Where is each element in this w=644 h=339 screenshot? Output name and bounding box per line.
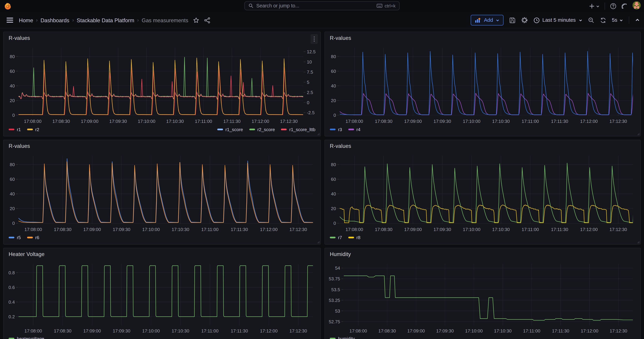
legend-item-r2_score[interactable]: r2_score xyxy=(249,127,275,132)
panel-legend: r1r2r1_scorer2_scorer1_score_lttb xyxy=(8,127,316,132)
x-axis-tick-label: 17:08:00 xyxy=(24,328,42,334)
legend-item-r1_score_lttb[interactable]: r1_score_lttb xyxy=(281,127,316,132)
news-button[interactable] xyxy=(622,3,628,9)
legend-item-r8[interactable]: r8 xyxy=(348,235,360,240)
series-line-r5 xyxy=(18,159,320,222)
x-axis-tick-label: 17:12:30 xyxy=(610,328,627,334)
breadcrumb-home[interactable]: Home xyxy=(19,17,33,23)
legend-label: r5 xyxy=(17,235,21,240)
clock-icon xyxy=(533,17,540,23)
menu-toggle-button[interactable] xyxy=(6,18,13,22)
legend-swatch xyxy=(281,129,287,130)
y-axis-right-tick-label: 0 xyxy=(307,100,310,105)
panel-r-values-4: R-values02040608017:08:0017:08:3017:09:0… xyxy=(324,140,641,244)
x-axis-tick-label: 17:10:00 xyxy=(463,227,480,232)
series-event-spike xyxy=(251,78,253,96)
search-input[interactable]: Search or jump to... ctrl+k xyxy=(244,1,400,10)
x-axis-tick-label: 17:11:00 xyxy=(201,328,218,334)
y-axis-tick-label: 0 xyxy=(334,221,336,226)
legend-item-humidity[interactable]: humidity xyxy=(330,336,355,339)
legend-item-r2[interactable]: r2 xyxy=(27,127,39,132)
help-button[interactable] xyxy=(610,3,616,10)
favorite-button[interactable] xyxy=(193,17,199,23)
zoom-out-button[interactable] xyxy=(588,17,594,23)
legend-item-r1_score[interactable]: r1_score xyxy=(217,127,243,132)
time-series-chart[interactable]: 0.20.40.60.817:08:0017:08:3017:09:0017:0… xyxy=(4,248,320,339)
series-event-spike xyxy=(72,86,74,97)
y-axis-tick-label: 0.6 xyxy=(8,285,15,290)
add-panel-button[interactable]: Add xyxy=(471,15,504,26)
legend-label: r8 xyxy=(356,235,360,240)
time-series-chart[interactable]: 02040608017:08:0017:08:3017:09:0017:09:3… xyxy=(4,140,320,244)
x-axis-tick-label: 17:11:30 xyxy=(551,119,568,124)
refresh-interval-picker[interactable]: 5s xyxy=(612,17,623,23)
y-axis-tick-label: 0.4 xyxy=(8,300,15,305)
time-series-chart[interactable]: 52.755353.2553.553.755417:08:0017:08:301… xyxy=(325,248,640,339)
x-axis-tick-label: 17:12:30 xyxy=(610,227,627,232)
y-axis-tick-label: 0 xyxy=(12,113,15,118)
legend-item-r3[interactable]: r3 xyxy=(330,127,342,132)
refresh-button[interactable] xyxy=(600,17,606,23)
panel-heater-voltage: Heater Voltage0.20.40.60.817:08:0017:08:… xyxy=(3,248,321,339)
legend-swatch xyxy=(8,129,14,130)
panel-legend: r3r4 xyxy=(330,127,636,132)
series-event-spike xyxy=(141,79,143,97)
x-axis-tick-label: 17:10:30 xyxy=(494,328,512,334)
top-nav-actions xyxy=(589,0,641,12)
x-axis-tick-label: 17:12:00 xyxy=(260,227,278,232)
axis-labels: 02040608017:08:0017:08:3017:09:0017:09:3… xyxy=(10,162,307,232)
x-axis-tick-label: 17:10:00 xyxy=(142,328,160,334)
x-axis-tick-label: 17:10:00 xyxy=(142,227,160,232)
legend-item-r5[interactable]: r5 xyxy=(8,235,21,240)
x-axis-tick-label: 17:10:00 xyxy=(463,119,480,124)
breadcrumb-dashboards[interactable]: Dashboards xyxy=(40,17,69,23)
series-event-spike xyxy=(184,57,186,96)
user-avatar[interactable] xyxy=(632,1,641,11)
chevron-down-icon xyxy=(579,18,582,22)
collapse-toolbar-button[interactable] xyxy=(635,18,640,22)
x-axis-tick-label: 17:10:30 xyxy=(166,119,184,124)
grafana-logo-icon[interactable] xyxy=(4,2,12,10)
axis-labels: 02040608017:08:0017:08:3017:09:0017:09:3… xyxy=(331,162,627,232)
x-axis-tick-label: 17:08:30 xyxy=(378,328,396,334)
time-series-chart[interactable]: 02040608017:08:0017:08:3017:09:0017:09:3… xyxy=(325,140,640,244)
series-line-r1_score_lttb xyxy=(15,92,307,99)
y-axis-tick-label: 40 xyxy=(10,191,15,196)
x-axis-tick-label: 17:09:00 xyxy=(407,328,425,334)
breadcrumb-folder[interactable]: Stackable Data Platform xyxy=(77,17,134,23)
new-item-button[interactable] xyxy=(589,3,600,9)
x-axis-tick-label: 17:12:30 xyxy=(290,227,307,232)
help-icon xyxy=(610,3,616,10)
legend-item-r6[interactable]: r6 xyxy=(27,235,39,240)
legend-item-r4[interactable]: r4 xyxy=(348,127,360,132)
share-button[interactable] xyxy=(204,17,210,23)
chevron-up-icon xyxy=(635,18,640,22)
legend-item-heatervoltage[interactable]: heatervoltage xyxy=(8,336,44,339)
legend-label: heatervoltage xyxy=(17,336,44,339)
time-series-chart[interactable]: 020406080-2.502.557.51012.517:08:0017:08… xyxy=(4,32,320,136)
x-axis-tick-label: 17:08:30 xyxy=(52,119,70,124)
legend-label: r1_score xyxy=(226,127,243,132)
x-axis-tick-label: 17:09:30 xyxy=(113,328,130,334)
series-lines xyxy=(340,51,640,115)
chevron-down-icon xyxy=(619,18,623,22)
series-event-spike xyxy=(272,86,274,97)
time-series-chart[interactable]: 02040608017:08:0017:08:3017:09:0017:09:3… xyxy=(325,32,640,136)
x-axis-tick-label: 17:12:30 xyxy=(610,119,627,124)
y-axis-tick-label: 53 xyxy=(335,308,340,314)
save-dashboard-button[interactable] xyxy=(509,17,515,23)
x-axis-tick-label: 17:11:30 xyxy=(551,227,568,232)
legend-swatch xyxy=(27,129,33,130)
time-range-picker[interactable]: Last 5 minutes xyxy=(533,17,582,23)
x-axis-tick-label: 17:10:30 xyxy=(492,227,510,232)
legend-item-r7[interactable]: r7 xyxy=(330,235,342,240)
x-axis-tick-label: 17:11:30 xyxy=(552,328,569,334)
panel-r-values-1: R-values020406080-2.502.557.51012.517:08… xyxy=(3,32,321,136)
y-axis-right-tick-label: -2.5 xyxy=(307,110,314,115)
series-lines xyxy=(18,266,320,317)
dashboard-settings-button[interactable] xyxy=(521,17,528,24)
y-axis-tick-label: 0.8 xyxy=(8,270,15,275)
x-axis-tick-label: 17:10:30 xyxy=(492,119,510,124)
legend-item-r1[interactable]: r1 xyxy=(8,127,21,132)
legend-swatch xyxy=(348,237,354,238)
